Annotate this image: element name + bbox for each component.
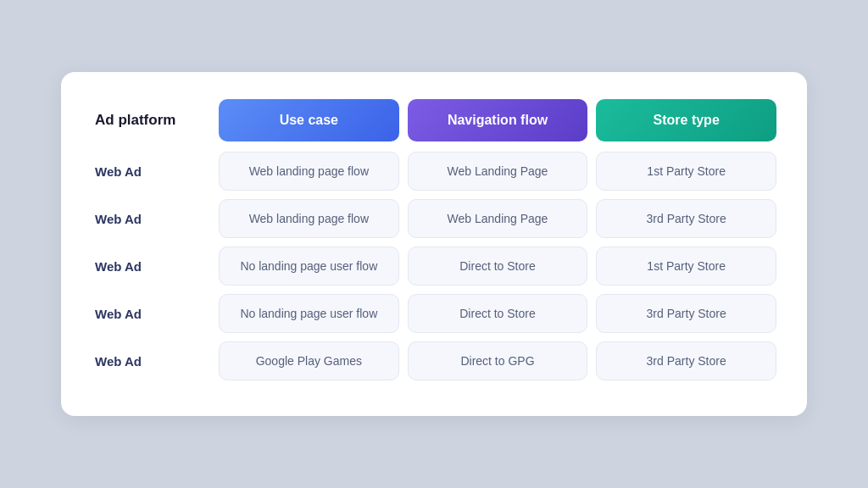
table-header: Ad platform Use case Navigation flow Sto… (92, 99, 776, 141)
row-ad-platform: Web Ad (92, 212, 210, 226)
table-wrapper: Ad platform Use case Navigation flow Sto… (92, 99, 776, 380)
row-nav-flow: Web Landing Page (408, 152, 588, 191)
row-store-type: 3rd Party Store (596, 294, 776, 333)
row-ad-platform: Web Ad (92, 307, 210, 321)
row-ad-platform: Web Ad (92, 259, 210, 274)
row-ad-platform: Web Ad (92, 354, 210, 369)
row-ad-platform: Web Ad (92, 164, 210, 179)
row-use-case: Web landing page flow (219, 199, 399, 238)
row-use-case: Google Play Games (219, 341, 399, 380)
row-store-type: 1st Party Store (596, 247, 776, 286)
row-store-type: 3rd Party Store (596, 341, 776, 380)
row-use-case: No landing page user flow (219, 247, 399, 286)
header-store-type: Store type (596, 99, 776, 141)
row-nav-flow: Web Landing Page (408, 199, 588, 238)
row-nav-flow: Direct to GPG (408, 341, 588, 380)
row-use-case: No landing page user flow (219, 294, 399, 333)
table-row: Web AdWeb landing page flowWeb Landing P… (92, 152, 776, 191)
header-use-case: Use case (219, 99, 399, 141)
row-store-type: 1st Party Store (596, 152, 776, 191)
table-row: Web AdGoogle Play GamesDirect to GPG3rd … (92, 341, 776, 380)
table-row: Web AdNo landing page user flowDirect to… (92, 247, 776, 286)
row-use-case: Web landing page flow (219, 152, 399, 191)
table-row: Web AdWeb landing page flowWeb Landing P… (92, 199, 776, 238)
header-ad-platform: Ad platform (92, 112, 210, 129)
row-store-type: 3rd Party Store (596, 199, 776, 238)
table-row: Web AdNo landing page user flowDirect to… (92, 294, 776, 333)
row-nav-flow: Direct to Store (408, 294, 588, 333)
table-body: Web AdWeb landing page flowWeb Landing P… (92, 152, 776, 380)
header-nav-flow: Navigation flow (408, 99, 588, 141)
main-card: Ad platform Use case Navigation flow Sto… (61, 72, 807, 416)
row-nav-flow: Direct to Store (408, 247, 588, 286)
